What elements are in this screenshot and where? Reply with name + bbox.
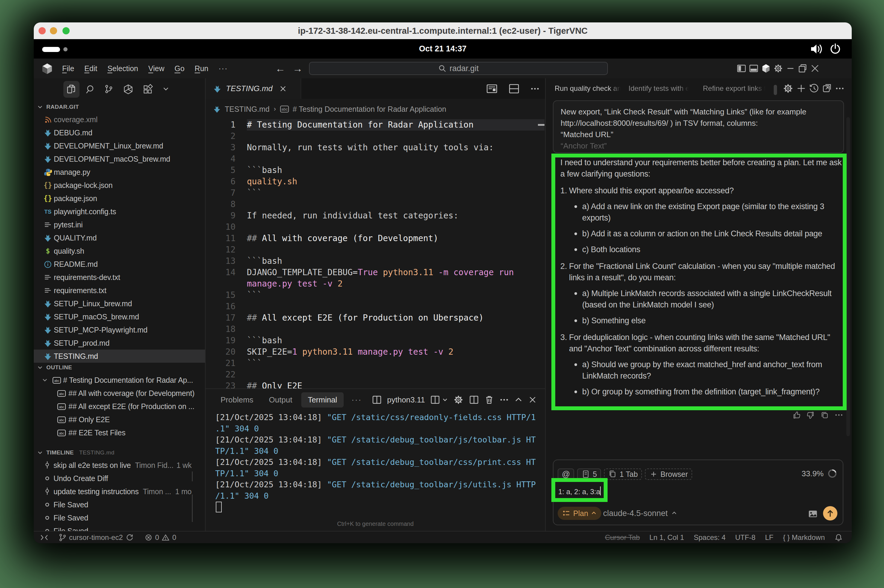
editor-more-icon[interactable] (530, 84, 540, 93)
menu-selection[interactable]: Selection (102, 64, 143, 73)
terminal-settings-icon[interactable] (453, 394, 464, 405)
chat-input-box[interactable]: @51 TabBrowser 33.9% 1: a, 2: a, 3:a Pla… (553, 459, 843, 525)
code-line[interactable]: 10 (206, 221, 545, 233)
restore-icon[interactable] (797, 61, 809, 76)
file-SETUP_Linux_brew.md[interactable]: SETUP_Linux_brew.md (34, 297, 205, 310)
context-chip-browser[interactable]: Browser (645, 468, 692, 480)
tab-testing-md[interactable]: TESTING.md (206, 78, 301, 99)
status-ln-1-col-1[interactable]: Ln 1, Col 1 (649, 533, 684, 542)
code-line[interactable]: 13```bash (206, 255, 545, 267)
minimize-icon[interactable] (784, 61, 797, 76)
file-DEBUG.md[interactable]: DEBUG.md (34, 126, 205, 139)
code-line[interactable]: 9If needed, run individual test categori… (206, 210, 545, 221)
terminal-shell-label[interactable]: python3.11 (387, 395, 425, 405)
status--markdown[interactable]: { } Markdown (783, 533, 825, 542)
chat-scrollbar[interactable] (846, 117, 850, 436)
code-line[interactable]: 15``` (206, 290, 545, 301)
code-line[interactable]: 16 (206, 301, 545, 312)
file-pytest.ini[interactable]: pytest.ini (34, 218, 205, 231)
activity-panel-chevron-icon[interactable] (158, 81, 174, 98)
menu-go[interactable]: Go (170, 64, 189, 73)
nav-forward-icon[interactable]: → (293, 63, 303, 74)
context-chip-1-tab[interactable]: 1 Tab (604, 468, 642, 480)
file-requirements-dev.txt[interactable]: requirements-dev.txt (34, 271, 205, 284)
tab-close-icon[interactable] (279, 85, 287, 93)
model-selector[interactable]: claude-4.5-sonnet (603, 507, 677, 520)
code-line[interactable]: 7``` (206, 188, 545, 199)
terminal-output[interactable]: [21/Oct/2025 13:04:18] "GET /static/css/… (215, 412, 536, 501)
file-SETUP_prod.md[interactable]: SETUP_prod.md (34, 336, 205, 350)
activity-search-icon[interactable] (83, 81, 99, 98)
user-message-box[interactable]: New export, “Link Check Result” with “Ma… (553, 100, 844, 153)
chat-tab[interactable]: Refine export links f (703, 78, 771, 99)
breadcrumb-file[interactable]: TESTING.md (225, 105, 270, 114)
menu-file[interactable]: File (57, 64, 79, 73)
chat-more-icon[interactable] (835, 84, 845, 93)
command-center-search[interactable]: radar.git (309, 62, 608, 75)
chat-tab[interactable]: Run quality check an (555, 78, 623, 99)
power-icon[interactable] (830, 44, 841, 55)
kill-terminal-icon[interactable] (484, 395, 494, 405)
chat-input-text[interactable]: 1: a, 2: a, 3:a (558, 486, 601, 496)
attach-image-icon[interactable] (807, 508, 818, 519)
context-chip-@[interactable]: @ (558, 468, 574, 480)
file-SETUP_MCP-Playwright.md[interactable]: SETUP_MCP-Playwright.md (34, 323, 205, 336)
nav-back-icon[interactable]: ← (275, 63, 285, 74)
panel-close-icon[interactable] (528, 395, 537, 404)
code-line[interactable]: 1# Testing Documentation for Radar Appli… (206, 119, 545, 130)
problems-status[interactable]: 0 0 (144, 533, 176, 542)
code-line[interactable]: 2 (206, 130, 545, 142)
close-window-icon[interactable] (809, 61, 821, 76)
file-requirements.txt[interactable]: requirements.txt (34, 284, 205, 297)
breadcrumb-symbol[interactable]: # Testing Documentation for Radar Applic… (293, 105, 446, 114)
mode-selector[interactable]: Plan (558, 507, 601, 520)
code-line[interactable]: 22 (206, 369, 545, 380)
timeline-item[interactable]: Undo Create Diff (34, 472, 205, 485)
chat-history-icon[interactable] (809, 83, 819, 94)
remote-indicator[interactable] (40, 533, 49, 542)
timeline-item[interactable]: skip all e2e tests on liveTimon Fid...1 … (34, 459, 205, 472)
code-line[interactable]: 14DJANGO_TEMPLATE_DEBUG=True python3.11 … (206, 267, 545, 278)
outline-item[interactable]: abc## All with coverage (for Development… (34, 387, 205, 400)
volume-icon[interactable] (810, 44, 823, 55)
panel-tab-terminal[interactable]: Terminal (301, 392, 344, 408)
open-preview-icon[interactable] (486, 83, 498, 95)
code-line[interactable]: 20SKIP_E2E=1 python3.11 manage.py test -… (206, 346, 545, 358)
panel-tab-problems[interactable]: Problems (214, 392, 260, 408)
breadcrumb[interactable]: TESTING.md › abc # Testing Documentation… (206, 99, 545, 119)
response-more-icon[interactable] (834, 411, 843, 420)
panel-split-icon[interactable] (469, 395, 479, 405)
context-chip-5[interactable]: 5 (577, 468, 601, 480)
code-line[interactable]: 4 (206, 153, 545, 165)
split-editor-icon[interactable] (508, 83, 520, 95)
new-chat-icon[interactable] (796, 83, 806, 93)
thumbs-down-icon[interactable] (806, 411, 815, 420)
code-line[interactable]: 23## Only E2E (206, 380, 545, 388)
file-QUALITY.md[interactable]: QUALITY.md (34, 231, 205, 244)
thumbs-up-icon[interactable] (792, 411, 801, 420)
file-README.md[interactable]: README.md (34, 258, 205, 271)
activity-extensions-icon[interactable] (140, 81, 156, 98)
file-TESTING.md[interactable]: TESTING.md (34, 350, 205, 363)
menu-run[interactable]: Run (189, 64, 213, 73)
code-line[interactable]: 17## All except E2E (for Production on U… (206, 312, 545, 324)
copy-response-icon[interactable] (820, 411, 829, 420)
code-line[interactable]: 8 (206, 199, 545, 210)
outline-item[interactable]: abc## All except E2E (for Production on … (34, 400, 205, 413)
outline-item[interactable]: abc## E2E Test Files (34, 426, 205, 439)
code-line[interactable]: 5```bash (206, 165, 545, 176)
timeline-item[interactable]: update testing instructionsTimon ...1 mo (34, 485, 205, 498)
status-cursor-tab[interactable]: Cursor Tab (605, 533, 640, 542)
timeline-item[interactable]: File Saved (34, 498, 205, 511)
open-chat-editor-icon[interactable] (822, 83, 833, 94)
terminal-launch-dropdown[interactable] (430, 395, 448, 405)
panel-tabs-more-icon[interactable]: ··· (346, 395, 367, 405)
code-line[interactable]: 6quality.sh (206, 176, 545, 188)
menu-edit[interactable]: Edit (79, 64, 102, 73)
file-quality.sh[interactable]: $quality.sh (34, 244, 205, 258)
panel-more-icon[interactable] (499, 395, 509, 405)
code-line[interactable]: 11## All with coverage (for Development) (206, 233, 545, 244)
git-branch-status[interactable]: cursor-timon-ec2 (58, 533, 134, 542)
toggle-panel-icon[interactable] (747, 61, 760, 76)
file-DEVELOPMENT_Linux_brew.md[interactable]: DEVELOPMENT_Linux_brew.md (34, 139, 205, 152)
